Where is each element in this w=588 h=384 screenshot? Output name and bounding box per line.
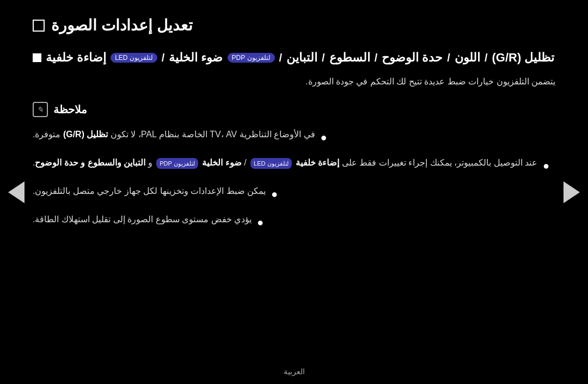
bullet2-cell: ضوء الخلية xyxy=(202,158,241,167)
nav-arrow-right[interactable] xyxy=(561,176,583,209)
page-title: تعديل إعدادات الصورة xyxy=(51,16,193,34)
note-pencil-icon: ✎ xyxy=(33,102,48,117)
bullet-item-2: ● عند التوصيل بالكمبيوتر، يمكنك إجراء تغ… xyxy=(33,155,555,175)
bullet-text-1: في الأوضاع التناظرية TV، AV الخاصة بنظام… xyxy=(33,127,315,142)
bullet-dot-3: ● xyxy=(271,185,278,203)
heading-color: اللون xyxy=(455,51,480,65)
title-row: تعديل إعدادات الصورة xyxy=(33,16,555,34)
bullet2-badge-led: لتلفزيون LED xyxy=(250,158,291,169)
bullet-dot-2: ● xyxy=(543,156,549,175)
bullet-text-2: عند التوصيل بالكمبيوتر، يمكنك إجراء تغيي… xyxy=(33,155,537,170)
bullet2-rest: التباين والسطوع و حدة الوضوح xyxy=(35,158,145,167)
heading-clarity: حدة الوضوح xyxy=(382,51,443,65)
bullet-dot-4: ● xyxy=(257,213,264,231)
bullet-text-3: يمكن ضبط الإعدادات وتخزينها لكل جهاز خار… xyxy=(33,184,266,198)
heading-line1: تظليل (G/R) / اللون / حدة الوضوح / السطو… xyxy=(33,51,554,65)
bullets-list: ● في الأوضاع التناظرية TV، AV الخاصة بنظ… xyxy=(33,127,555,231)
section-heading: تظليل (G/R) / اللون / حدة الوضوح / السطو… xyxy=(33,51,555,65)
bullet-item-1: ● في الأوضاع التناظرية TV، AV الخاصة بنظ… xyxy=(33,127,555,147)
heading-contrast: التباين xyxy=(286,51,317,65)
footer-text: العربية xyxy=(284,367,305,376)
heading-gr: تظليل (G/R) xyxy=(492,51,554,65)
heading-brightness: السطوع xyxy=(329,51,370,65)
title-square-icon xyxy=(33,20,45,32)
bullet-item-4: ● يؤدي خفض مستوى سطوع الصورة إلى تقليل ا… xyxy=(33,212,555,231)
bullet-item-3: ● يمكن ضبط الإعدادات وتخزينها لكل جهاز خ… xyxy=(33,184,555,203)
right-arrow-shape xyxy=(564,181,580,203)
description-text: يتضمن التلفزيون خيارات ضبط عديدة تتيح لك… xyxy=(33,75,555,89)
bullet-dot-1: ● xyxy=(321,128,327,147)
note-label: ملاحظة xyxy=(53,103,87,116)
nav-arrow-left[interactable] xyxy=(5,176,27,209)
bullet-text-4: يؤدي خفض مستوى سطوع الصورة إلى تقليل است… xyxy=(33,212,252,227)
bullet2-backlight: إضاءة خلفية xyxy=(296,158,339,167)
section-square-icon xyxy=(33,53,41,62)
page-container: تعديل إعدادات الصورة تظليل (G/R) / اللون… xyxy=(0,0,588,384)
badge-pdp-main: لتلفزيون PDP xyxy=(228,53,275,63)
badge-led-main: لتلفزيون LED xyxy=(111,53,157,63)
left-arrow-shape xyxy=(8,181,24,203)
bullet2-badge-pdp: لتلفزيون PDP xyxy=(156,158,198,169)
heading-backlight: إضاءة خلفية xyxy=(46,51,106,65)
note-row: ملاحظة ✎ xyxy=(33,102,555,117)
bullet1-gr: تظليل (G/R) xyxy=(63,130,108,139)
footer: العربية xyxy=(0,367,588,376)
heading-cell-light: ضوء الخلية xyxy=(169,51,223,65)
